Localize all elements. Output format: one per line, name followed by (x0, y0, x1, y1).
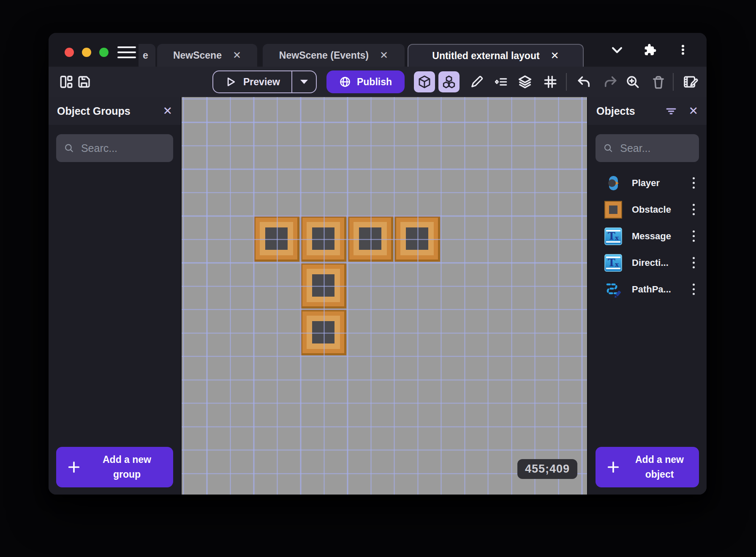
filter-icon[interactable] (665, 105, 677, 117)
object-label: Directi... (632, 257, 686, 268)
edit-instances-button[interactable] (438, 71, 460, 92)
grid-icon[interactable] (541, 73, 560, 91)
objects-search[interactable] (596, 134, 699, 162)
add-object-button[interactable]: Add a new object (596, 447, 699, 487)
grid-overlay (182, 97, 587, 495)
object-row-player[interactable]: Player (588, 170, 707, 196)
instance-list-icon[interactable] (492, 73, 510, 91)
add-object-label-line1: Add a new (635, 454, 684, 465)
obstacle-tile[interactable] (347, 216, 393, 262)
obstacle-tile[interactable] (300, 216, 346, 262)
pencil-icon[interactable] (468, 73, 486, 91)
object-row-pathpaint[interactable]: PathPa... (588, 276, 707, 303)
close-icon[interactable]: ✕ (380, 50, 388, 60)
panel-layout-icon[interactable] (57, 73, 76, 91)
obstacle-tile[interactable] (300, 262, 346, 308)
svg-text:T: T (608, 257, 615, 269)
object-row-obstacle[interactable]: Obstacle (588, 196, 707, 223)
obstacle-tile[interactable] (300, 309, 346, 355)
object-label: PathPa... (632, 284, 686, 295)
tab-label: NewScene (173, 50, 222, 61)
obstacle-icon (604, 200, 623, 219)
search-input[interactable] (620, 142, 691, 154)
add-group-button[interactable]: Add a new group (56, 447, 173, 487)
obstacle-tile[interactable] (253, 216, 299, 262)
zoom-in-icon[interactable] (623, 73, 642, 91)
toolbar-divider (566, 73, 567, 91)
close-icon[interactable]: ✕ (688, 105, 698, 117)
object-menu-button[interactable] (686, 254, 701, 272)
object-label: Obstacle (632, 204, 686, 215)
publish-button[interactable]: Publish (326, 70, 405, 93)
minimize-window-button[interactable] (82, 48, 91, 57)
gdevelop-window: e NewScene ✕ NewScene (Events) ✕ Untitle… (49, 33, 707, 495)
object-menu-button[interactable] (686, 227, 701, 246)
object-groups-search[interactable] (56, 134, 173, 162)
close-window-button[interactable] (65, 48, 74, 57)
edit-events-icon[interactable] (681, 73, 700, 91)
trash-icon[interactable] (649, 73, 668, 91)
globe-icon (339, 76, 351, 88)
cursor-coordinates-badge: 455;409 (517, 459, 577, 479)
object-row-directions[interactable]: Tx Directi... (588, 249, 707, 276)
main-menu-button[interactable] (117, 46, 136, 58)
player-icon (604, 174, 623, 192)
more-vertical-icon[interactable] (674, 41, 692, 59)
search-icon (603, 142, 613, 154)
tab-newscene[interactable]: NewScene ✕ (157, 44, 257, 67)
add-group-label-line2: group (113, 469, 141, 480)
chevron-down-icon[interactable] (608, 41, 626, 59)
close-icon[interactable]: ✕ (233, 50, 241, 60)
tab-label: Untitled external layout (432, 50, 539, 62)
add-object-label-line2: object (645, 469, 674, 480)
publish-label: Publish (357, 76, 392, 88)
object-label: Message (632, 231, 686, 242)
zoom-window-button[interactable] (99, 48, 109, 57)
text-object-icon: Tx (604, 254, 623, 272)
object-menu-button[interactable] (686, 280, 701, 299)
tab-newscene-events[interactable]: NewScene (Events) ✕ (263, 44, 405, 67)
svg-text:T: T (608, 230, 615, 242)
preview-dropdown-button[interactable] (291, 71, 316, 92)
object-label: Player (632, 178, 686, 189)
plus-icon (596, 460, 631, 474)
text-object-icon: Tx (604, 227, 623, 246)
svg-text:x: x (615, 261, 619, 268)
redo-icon[interactable] (601, 73, 620, 91)
toolbar: Preview Publish (49, 67, 707, 97)
object-menu-button[interactable] (686, 200, 701, 219)
close-icon[interactable]: ✕ (163, 105, 172, 117)
objects-title: Objects (596, 105, 665, 117)
objects-panel: Objects ✕ Player Obstacle (587, 97, 707, 495)
objects-list: Player Obstacle Tx Message Tx Directi... (588, 170, 707, 303)
layers-icon[interactable] (516, 73, 534, 91)
object-menu-button[interactable] (686, 174, 701, 192)
object-row-message[interactable]: Tx Message (588, 223, 707, 249)
puzzle-icon[interactable] (641, 41, 659, 59)
undo-icon[interactable] (575, 73, 593, 91)
plus-icon (56, 460, 92, 474)
object-groups-title: Object Groups (57, 105, 163, 117)
add-group-label-line1: Add a new (103, 454, 151, 465)
titlebar: e NewScene ✕ NewScene (Events) ✕ Untitle… (49, 33, 707, 67)
search-icon (64, 142, 74, 154)
cube-icon (417, 75, 432, 89)
tab-partial[interactable]: e (139, 44, 155, 67)
close-icon[interactable]: ✕ (551, 51, 559, 61)
search-input[interactable] (81, 142, 166, 154)
traffic-lights (65, 48, 109, 57)
tab-label: NewScene (Events) (279, 50, 369, 61)
dropdown-caret-icon (300, 79, 308, 84)
save-icon[interactable] (75, 73, 93, 91)
preview-label: Preview (243, 76, 280, 88)
preview-button[interactable]: Preview (212, 70, 317, 93)
scene-canvas[interactable]: 455;409 (182, 97, 587, 495)
toolbar-divider (673, 73, 674, 91)
svg-text:x: x (615, 234, 619, 242)
path-paint-icon (604, 280, 623, 299)
tab-untitled-external-layout[interactable]: Untitled external layout ✕ (408, 44, 584, 67)
play-icon (225, 76, 237, 88)
obstacle-tile[interactable] (394, 216, 440, 262)
object-groups-panel: Object Groups ✕ Add a new group (49, 97, 182, 495)
edit-object-button[interactable] (414, 71, 435, 92)
